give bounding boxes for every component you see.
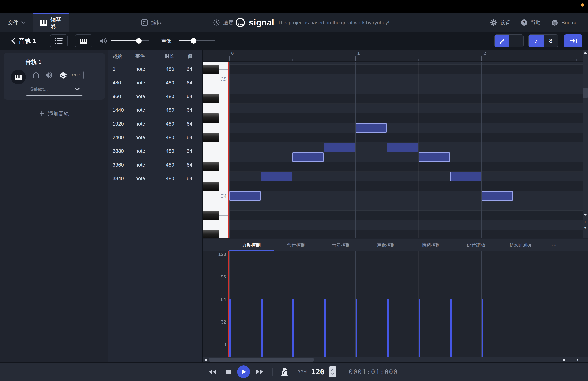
fast-forward-button[interactable] — [256, 363, 264, 381]
zoom-out-vertical-icon[interactable]: − — [583, 232, 588, 238]
event-row[interactable]: 0note48064 — [108, 62, 203, 76]
velocity-bar[interactable] — [356, 300, 357, 357]
midi-note[interactable] — [387, 143, 418, 152]
instrument-select[interactable]: Select... — [25, 82, 83, 96]
volume-slider[interactable] — [111, 40, 149, 41]
layers-icon[interactable] — [59, 72, 67, 80]
piano-keyboard[interactable]: C5C4 — [203, 62, 228, 238]
play-button[interactable] — [237, 365, 250, 378]
bpm-stepper[interactable] — [329, 366, 336, 377]
event-row[interactable]: 2400note48064 — [108, 131, 203, 144]
note-grid[interactable] — [228, 62, 583, 238]
black-key[interactable] — [203, 211, 219, 220]
black-key[interactable] — [203, 181, 219, 191]
column-header: 起始 — [113, 50, 134, 62]
metronome-toggle-button[interactable] — [280, 363, 289, 381]
controller-more-button[interactable]: ••• — [551, 239, 557, 251]
solo-headphones-icon[interactable] — [32, 72, 40, 79]
tab-arrange[interactable]: 编排 — [134, 13, 173, 32]
velocity-bar[interactable] — [293, 300, 294, 357]
midi-note[interactable] — [261, 172, 292, 181]
file-menu[interactable]: 文件 — [6, 13, 27, 32]
event-row[interactable]: 3360note48064 — [108, 158, 203, 172]
event-row[interactable]: 480note48064 — [108, 76, 203, 90]
source-link[interactable]: Source — [546, 13, 583, 32]
pan-slider-thumb[interactable] — [191, 38, 196, 44]
pencil-tool-button[interactable] — [495, 35, 509, 47]
track-card[interactable]: 音轨 1 — [4, 53, 105, 100]
zoom-out-horizontal-icon[interactable]: − — [571, 357, 573, 362]
black-key[interactable] — [203, 162, 219, 171]
auto-scroll-button[interactable] — [564, 34, 582, 47]
event-row[interactable]: 1920note48064 — [108, 117, 203, 131]
vertical-scrollbar[interactable]: + ● − — [583, 50, 588, 238]
grid-row — [228, 211, 583, 220]
tab-piano-roll[interactable]: 钢琴卷 — [33, 13, 68, 32]
black-key[interactable] — [203, 230, 219, 238]
tab-expression[interactable]: 情绪控制 — [409, 239, 454, 251]
midi-note[interactable] — [450, 172, 481, 181]
selection-tool-button[interactable] — [509, 35, 523, 47]
scroll-down-icon[interactable] — [583, 214, 588, 216]
event-cell: 64 — [171, 62, 192, 76]
velocity-bar[interactable] — [450, 300, 452, 357]
tab-sustain[interactable]: 延音踏板 — [454, 239, 499, 251]
add-track-button[interactable]: 添加音轨 — [0, 108, 108, 120]
timeline-ruler[interactable]: 012 — [203, 50, 588, 62]
black-key[interactable] — [203, 94, 219, 103]
event-row[interactable]: 1440note48064 — [108, 103, 203, 117]
settings-button[interactable]: 设置 — [485, 13, 516, 32]
zoom-in-horizontal-icon[interactable]: + — [583, 357, 586, 362]
velocity-bar[interactable] — [387, 300, 389, 357]
black-key[interactable] — [203, 133, 219, 142]
midi-note[interactable] — [324, 143, 355, 152]
help-button[interactable]: ?帮助 — [516, 13, 546, 32]
event-cell: 3840 — [113, 172, 134, 185]
event-row[interactable]: 2880note48064 — [108, 144, 203, 158]
event-list-toggle-button[interactable] — [50, 34, 67, 47]
scroll-left-icon[interactable]: ◀ — [204, 357, 207, 362]
black-key[interactable] — [203, 113, 219, 123]
note-quantize-button[interactable]: ♪ — [529, 35, 544, 47]
velocity-bar[interactable] — [324, 300, 326, 357]
pan-slider[interactable] — [179, 40, 215, 41]
velocity-bar[interactable] — [419, 300, 420, 357]
midi-note[interactable] — [356, 123, 387, 133]
midi-note[interactable] — [482, 191, 513, 201]
velocity-bar[interactable] — [229, 300, 231, 357]
midi-note[interactable] — [293, 152, 324, 162]
tab-velocity[interactable]: 力度控制 — [229, 239, 274, 251]
white-key-divider — [219, 138, 228, 138]
volume-slider-thumb[interactable] — [136, 38, 142, 44]
velocity-bar[interactable] — [482, 300, 483, 357]
zoom-reset-horizontal-icon[interactable]: ● — [577, 357, 579, 362]
vertical-scroll-thumb[interactable] — [583, 88, 588, 98]
mute-speaker-icon[interactable] — [45, 72, 53, 79]
midi-note[interactable] — [419, 152, 450, 162]
tab-pitch-bend[interactable]: 弯音控制 — [274, 239, 319, 251]
tab-pan[interactable]: 声像控制 — [364, 239, 409, 251]
midi-note[interactable] — [229, 191, 260, 201]
zoom-in-vertical-icon[interactable]: + — [583, 219, 588, 224]
scroll-up-icon[interactable] — [583, 52, 588, 54]
horizontal-scroll-thumb[interactable] — [209, 358, 314, 361]
rewind-button[interactable] — [209, 363, 216, 381]
note-division-value[interactable]: 8 — [544, 35, 558, 47]
back-button[interactable] — [9, 32, 18, 50]
bpm-value[interactable]: 120 — [311, 363, 325, 381]
velocity-graph[interactable] — [228, 251, 583, 357]
velocity-bar[interactable] — [261, 300, 263, 357]
black-key[interactable] — [203, 65, 219, 74]
tab-modulation[interactable]: Modulation — [499, 239, 544, 251]
event-row[interactable]: 3840note48064 — [108, 172, 203, 185]
event-cell: 64 — [171, 144, 192, 158]
event-row[interactable]: 960note48064 — [108, 90, 203, 103]
scroll-right-icon[interactable]: ▶ — [563, 357, 566, 362]
instrument-piano-button[interactable] — [75, 34, 92, 47]
stop-button[interactable] — [226, 363, 231, 381]
beat-tick — [450, 59, 450, 61]
horizontal-scrollbar[interactable]: ◀ ▶ − ● + — [203, 357, 588, 362]
tab-volume[interactable]: 音量控制 — [319, 239, 364, 251]
app-header: 文件 钢琴卷编排速度 signal This project is based … — [0, 13, 588, 32]
zoom-reset-vertical-icon[interactable]: ● — [583, 226, 588, 230]
